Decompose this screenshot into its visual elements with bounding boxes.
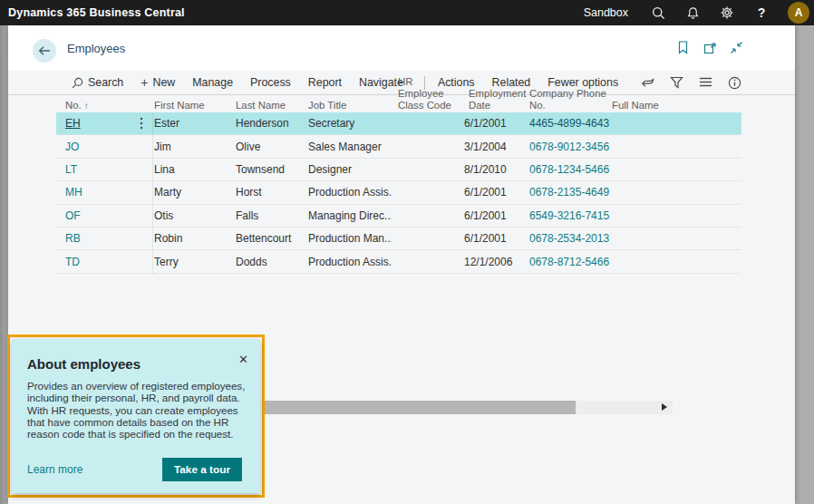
teaching-tip-body: Provides an overview of registered emplo… — [27, 380, 247, 440]
cell-job-title[interactable]: Production Man... — [306, 232, 392, 245]
search-icon[interactable] — [641, 0, 675, 25]
cell-employment-date[interactable]: 6/1/2001 — [462, 117, 528, 130]
cell-last-name[interactable]: Horst — [234, 186, 306, 199]
page-header: Employees — [8, 25, 795, 71]
grid-header: No.↑ First Name Last Name Job Title HR E… — [56, 76, 741, 111]
open-in-new-window-icon[interactable] — [703, 41, 717, 54]
table-row[interactable]: EH Ester Henderson Secretary 6/1/2001 44… — [56, 112, 741, 135]
column-header-job-title[interactable]: Job Title — [306, 76, 392, 116]
learn-more-link[interactable]: Learn more — [27, 463, 82, 476]
cell-first-name[interactable]: Robin — [152, 232, 234, 245]
cell-first-name[interactable]: Jim — [152, 141, 234, 153]
column-header-first-name[interactable]: First Name — [152, 76, 234, 116]
cell-first-name[interactable]: Otis — [152, 209, 234, 222]
back-arrow-icon — [38, 45, 51, 56]
cell-job-title[interactable]: Designer — [306, 163, 392, 176]
company-phone-link[interactable]: 0678-9012-3456 — [529, 141, 609, 153]
cell-last-name[interactable]: Townsend — [234, 163, 306, 176]
top-navigation-bar: Dynamics 365 Business Central Sandbox ? … — [0, 0, 814, 25]
cell-job-title[interactable]: Production Assis... — [306, 256, 392, 268]
column-header-last-name[interactable]: Last Name — [234, 76, 306, 116]
column-header-company-phone[interactable]: Company Phone No. — [528, 76, 611, 116]
company-phone-link[interactable]: 0678-8712-5466 — [529, 256, 609, 268]
cell-first-name[interactable]: Lina — [152, 163, 234, 176]
company-phone-link[interactable]: 0678-2534-2013 — [529, 232, 609, 245]
scrollbar-thumb[interactable] — [263, 401, 576, 414]
cell-last-name[interactable]: Falls — [234, 209, 306, 222]
cell-employment-date[interactable]: 6/1/2001 — [462, 186, 528, 199]
teaching-tip-highlight: About employees ✕ Provides an overview o… — [7, 334, 265, 498]
cell-employment-date[interactable]: 6/1/2001 — [462, 209, 528, 222]
cell-first-name[interactable]: Terry — [152, 256, 234, 268]
column-header-no[interactable]: No.↑ — [56, 76, 104, 116]
settings-gear-icon[interactable] — [710, 0, 744, 25]
cell-employment-date[interactable]: 6/1/2001 — [462, 232, 528, 245]
cell-job-title[interactable]: Production Assis... — [306, 186, 392, 199]
table-row[interactable]: TD Terry Dodds Production Assis... 12/1/… — [56, 250, 741, 273]
cell-employment-date[interactable]: 3/1/2004 — [462, 141, 528, 153]
table-row[interactable]: OF Otis Falls Managing Direc... 6/1/2001… — [56, 205, 741, 228]
bookmark-icon[interactable] — [677, 41, 691, 54]
topbar-actions: Sandbox ? A — [584, 0, 814, 25]
sort-ascending-icon: ↑ — [84, 100, 89, 111]
environment-label[interactable]: Sandbox — [584, 6, 628, 19]
table-row[interactable]: RB Robin Bettencourt Production Man... 6… — [56, 228, 741, 250]
company-phone-link[interactable]: 0678-2135-4649 — [529, 186, 609, 199]
user-avatar[interactable]: A — [788, 2, 809, 24]
collapse-icon[interactable] — [730, 41, 743, 54]
teaching-tip-footer: Learn more Take a tour — [27, 458, 242, 481]
employee-no-link[interactable]: RB — [65, 232, 81, 245]
grid-rows: EH Ester Henderson Secretary 6/1/2001 44… — [56, 112, 741, 274]
back-button[interactable] — [33, 39, 56, 63]
company-phone-link[interactable]: 0678-1234-5466 — [529, 163, 609, 176]
employee-no-link[interactable]: LT — [65, 163, 77, 176]
page-header-icons — [677, 41, 743, 54]
app-window: Dynamics 365 Business Central Sandbox ? … — [0, 0, 814, 504]
cell-employment-date[interactable]: 12/1/2006 — [462, 256, 528, 268]
column-header-menu — [104, 76, 152, 116]
teaching-tip-title: About employees — [27, 356, 141, 372]
cell-last-name[interactable]: Olive — [234, 141, 306, 153]
page-title: Employees — [67, 42, 125, 55]
app-title: Dynamics 365 Business Central — [0, 6, 185, 19]
cell-first-name[interactable]: Ester — [152, 117, 234, 130]
cell-job-title[interactable]: Managing Direc... — [306, 209, 392, 222]
cell-last-name[interactable]: Henderson — [234, 117, 306, 130]
table-row[interactable]: LT Lina Townsend Designer 8/1/2010 0678-… — [56, 159, 741, 181]
company-phone-link[interactable]: 6549-3216-7415 — [529, 209, 609, 222]
table-row[interactable]: MH Marty Horst Production Assis... 6/1/2… — [56, 181, 741, 204]
cell-job-title[interactable]: Sales Manager — [306, 141, 392, 153]
employee-no-link[interactable]: OF — [65, 209, 81, 222]
notifications-bell-icon[interactable] — [675, 0, 710, 25]
cell-first-name[interactable]: Marty — [152, 186, 234, 199]
teaching-tip: About employees ✕ Provides an overview o… — [12, 339, 260, 493]
column-header-hr-class[interactable]: HR Employee Class Code — [392, 76, 462, 116]
employee-no-link[interactable]: MH — [65, 186, 82, 199]
employee-no-link[interactable]: JO — [65, 141, 79, 153]
cell-employment-date[interactable]: 8/1/2010 — [462, 163, 528, 176]
company-phone-link[interactable]: 4465-4899-4643 — [529, 117, 609, 130]
close-icon[interactable]: ✕ — [238, 354, 248, 365]
employee-no-link[interactable]: TD — [65, 256, 80, 268]
table-row[interactable]: JO Jim Olive Sales Manager 3/1/2004 0678… — [56, 135, 741, 158]
row-context-menu-icon[interactable] — [140, 117, 143, 130]
cell-job-title[interactable]: Secretary — [306, 117, 392, 130]
cell-last-name[interactable]: Dodds — [234, 256, 306, 268]
column-header-full-name[interactable]: Full Name — [611, 76, 741, 116]
column-header-employment-date[interactable]: Employment Date — [462, 76, 528, 116]
take-a-tour-button[interactable]: Take a tour — [162, 458, 242, 481]
employee-no-link[interactable]: EH — [65, 117, 81, 130]
cell-last-name[interactable]: Bettencourt — [234, 232, 306, 245]
frozen-column-divider — [152, 112, 153, 274]
scroll-right-arrow-icon[interactable] — [662, 403, 667, 411]
help-icon[interactable]: ? — [744, 0, 779, 25]
